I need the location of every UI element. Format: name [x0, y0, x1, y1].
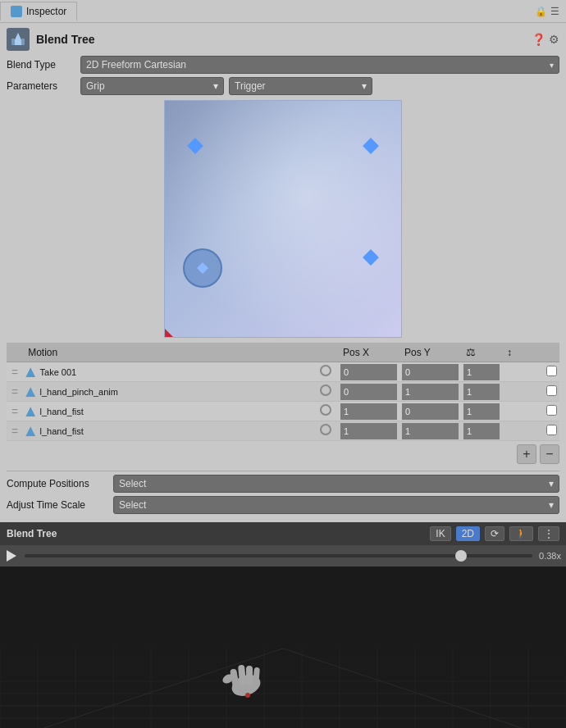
svg-rect-2	[21, 39, 25, 45]
2d-button[interactable]: 2D	[456, 526, 480, 541]
check-3[interactable]	[546, 425, 557, 435]
ik-button[interactable]: IK	[430, 526, 450, 541]
check-cell-1[interactable]	[543, 382, 559, 402]
motion-dot-1[interactable]	[320, 384, 331, 396]
check-cell-0[interactable]	[543, 362, 559, 382]
posy-cell-0[interactable]	[399, 362, 461, 382]
weight-cell-1[interactable]	[461, 382, 502, 402]
inspector-tab-label: Inspector	[26, 6, 66, 17]
remove-motion-button[interactable]: −	[540, 444, 559, 464]
weight-input-3[interactable]	[463, 423, 500, 439]
blend-type-label: Blend Type	[7, 59, 80, 71]
weight-cell-0[interactable]	[461, 362, 502, 382]
menu-icon[interactable]: ☰	[550, 6, 559, 17]
posx-input-1[interactable]	[340, 384, 397, 400]
play-button[interactable]	[5, 549, 18, 562]
compute-positions-value: Select	[119, 478, 146, 489]
weight-cell-3[interactable]	[461, 421, 502, 441]
blend-tree-footer: Blend Tree IK 2D ⟳ 🚶 ⋮	[0, 522, 566, 545]
blend-type-dropdown[interactable]: 2D Freeform Cartesian ▾	[80, 56, 559, 74]
posy-cell-1[interactable]	[399, 382, 461, 402]
blend-footer-title: Blend Tree	[7, 528, 425, 539]
adjust-time-scale-dropdown[interactable]: Select ▾	[113, 496, 559, 514]
motion-dot-cell-0[interactable]	[317, 362, 338, 382]
blend-point-tl[interactable]	[187, 138, 203, 154]
posx-input-3[interactable]	[340, 423, 397, 439]
arrows-icon: ↕	[507, 347, 512, 358]
weight-cell-2[interactable]	[461, 402, 502, 421]
posy-cell-3[interactable]	[399, 421, 461, 441]
weight-input-2[interactable]	[463, 403, 500, 420]
posx-cell-1[interactable]	[338, 382, 399, 402]
posy-input-0[interactable]	[402, 364, 459, 380]
posx-cell-3[interactable]	[338, 421, 399, 441]
posx-cell-2[interactable]	[338, 402, 399, 421]
param2-dropdown[interactable]: Trigger ▾	[229, 77, 372, 95]
divider	[7, 471, 559, 471]
motion-icon-2	[25, 407, 35, 416]
motion-dot-0[interactable]	[320, 365, 331, 376]
motion-row-2: = l_hand_fist	[7, 402, 559, 421]
posx-input-0[interactable]	[340, 364, 397, 380]
compute-positions-dropdown[interactable]: Select ▾	[113, 475, 559, 493]
col-weight-header: ⚖	[461, 343, 502, 362]
param2-chevron-icon: ▾	[362, 80, 367, 92]
weight-input-0[interactable]	[463, 364, 500, 380]
drag-handle-2[interactable]: =	[7, 402, 23, 421]
posy-cell-2[interactable]	[399, 402, 461, 421]
cycle-button[interactable]: ⟳	[485, 526, 504, 541]
blend-canvas[interactable]	[164, 100, 402, 338]
settings-icon[interactable]: ⚙	[549, 33, 559, 46]
posy-input-3[interactable]	[402, 423, 459, 439]
param1-chevron-icon: ▾	[213, 80, 218, 92]
col-motion-header: Motion	[23, 343, 317, 362]
check-2[interactable]	[546, 405, 557, 416]
motion-dot-cell-1[interactable]	[317, 382, 338, 402]
check-0[interactable]	[546, 366, 557, 376]
check-cell-3[interactable]	[543, 421, 559, 441]
compute-positions-row: Compute Positions Select ▾	[7, 475, 559, 493]
check-1[interactable]	[546, 385, 557, 396]
parameters-row: Parameters Grip ▾ Trigger ▾	[7, 77, 559, 95]
blend-tree-header: Blend Tree ❓ ⚙	[7, 28, 559, 51]
posy-input-2[interactable]	[402, 403, 459, 420]
col-check-header	[543, 343, 559, 362]
adjust-chevron-icon: ▾	[549, 499, 554, 511]
motion-name-cell-3: l_hand_fist	[23, 421, 317, 441]
svg-point-34	[245, 693, 250, 698]
drag-handle-3[interactable]: =	[7, 421, 23, 441]
person-button[interactable]: 🚶	[509, 526, 533, 541]
posy-input-1[interactable]	[402, 384, 459, 400]
motion-name-cell-2: l_hand_fist	[23, 402, 317, 421]
motion-dot-3[interactable]	[320, 424, 331, 435]
help-icon[interactable]: ❓	[532, 33, 545, 46]
motion-row-0: = Take 001	[7, 362, 559, 382]
adjust-time-scale-value: Select	[119, 499, 146, 511]
param1-dropdown[interactable]: Grip ▾	[80, 77, 224, 95]
extra-cell-0	[502, 362, 543, 382]
blend-point-br[interactable]	[363, 249, 379, 266]
zoom-label: 0.38x	[539, 551, 561, 561]
add-motion-button[interactable]: +	[517, 444, 536, 464]
drag-handle-1[interactable]: =	[7, 382, 23, 402]
motion-dot-cell-3[interactable]	[317, 421, 338, 441]
inspector-tab-icon	[11, 6, 22, 17]
scrubber-thumb[interactable]	[455, 550, 467, 562]
check-cell-2[interactable]	[543, 402, 559, 421]
blend-handle[interactable]	[183, 248, 222, 288]
motion-dot-cell-2[interactable]	[317, 402, 338, 421]
drag-handle-0[interactable]: =	[7, 362, 23, 382]
inspector-tab[interactable]: Inspector	[0, 2, 77, 20]
blend-point-tr[interactable]	[363, 138, 379, 154]
timeline-scrubber[interactable]	[25, 554, 532, 557]
motion-dot-2[interactable]	[320, 404, 331, 416]
blend-handle-diamond	[197, 262, 208, 274]
footer-menu-button[interactable]: ⋮	[538, 526, 559, 541]
weight-input-1[interactable]	[463, 384, 500, 400]
extra-cell-3	[502, 421, 543, 441]
lock-icon[interactable]: 🔒	[535, 6, 547, 17]
posx-input-2[interactable]	[340, 403, 397, 420]
timeline-bar: 0.38x	[0, 545, 566, 566]
viewport	[0, 566, 566, 728]
posx-cell-0[interactable]	[338, 362, 399, 382]
